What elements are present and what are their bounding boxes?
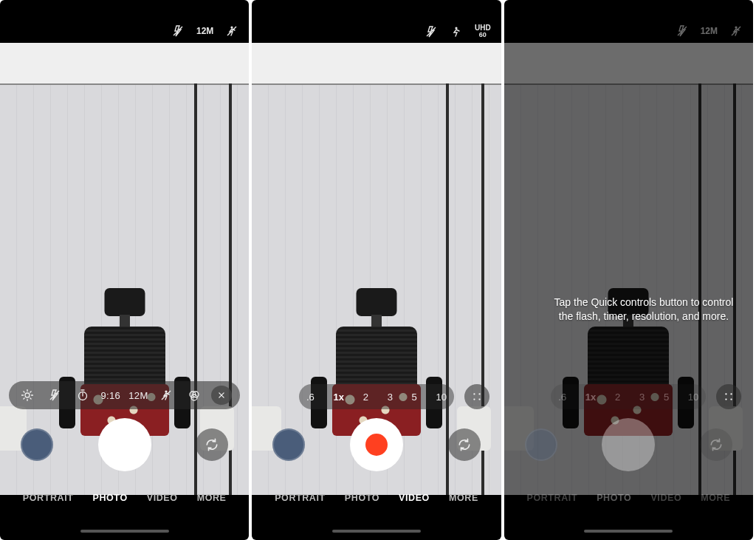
mode-portrait[interactable]: PORTRAIT bbox=[23, 493, 74, 503]
video-fps-label: 60 bbox=[475, 32, 491, 38]
timer-icon[interactable] bbox=[72, 389, 93, 402]
resolution-indicator[interactable]: 12M bbox=[196, 26, 213, 36]
home-indicator[interactable] bbox=[332, 530, 421, 533]
mode-more[interactable]: MORE bbox=[449, 493, 478, 503]
quick-controls-button[interactable] bbox=[464, 384, 489, 409]
zoom-selector[interactable]: .6 1x 2 3 5 10 bbox=[551, 384, 706, 409]
quick-controls-tooltip: Tap the Quick controls button to control… bbox=[548, 295, 740, 324]
screenshot-video-mode: UHD 60 .6 1x 2 3 5 10 PORTRAIT PHOTO VID… bbox=[252, 0, 501, 540]
zoom-level[interactable]: 3 bbox=[639, 392, 645, 403]
home-indicator[interactable] bbox=[80, 530, 169, 533]
aspect-ratio-button[interactable]: 9:16 bbox=[100, 390, 121, 401]
home-indicator[interactable] bbox=[584, 530, 673, 533]
screenshot-quick-controls-tooltip: 12M Tap the Quick controls button to con… bbox=[504, 0, 753, 540]
gallery-thumbnail[interactable] bbox=[525, 428, 557, 461]
filters-icon[interactable] bbox=[184, 389, 205, 402]
screenshot-photo-mode-quick-controls: 12M 9:16 12M PORTRAIT PHOTO VIDEO MORE bbox=[0, 0, 249, 540]
zoom-level[interactable]: .6 bbox=[558, 392, 566, 403]
mode-video[interactable]: VIDEO bbox=[650, 493, 681, 503]
settings-gear-icon[interactable] bbox=[17, 389, 38, 402]
zoom-level[interactable]: 5 bbox=[664, 392, 669, 403]
zoom-level[interactable]: 5 bbox=[412, 392, 417, 403]
gallery-thumbnail[interactable] bbox=[21, 428, 53, 461]
switch-camera-button[interactable] bbox=[700, 428, 732, 461]
motion-photo-toggle-icon[interactable] bbox=[156, 389, 176, 402]
gallery-thumbnail[interactable] bbox=[272, 428, 305, 461]
mode-selector[interactable]: PORTRAIT PHOTO VIDEO MORE bbox=[0, 493, 249, 503]
quick-controls-button[interactable] bbox=[716, 384, 741, 409]
mode-video[interactable]: VIDEO bbox=[147, 493, 178, 503]
shutter-button[interactable] bbox=[602, 418, 655, 471]
motion-photo-off-icon[interactable] bbox=[225, 24, 238, 38]
top-status-icons: 12M bbox=[171, 24, 238, 38]
top-status-icons: UHD 60 bbox=[425, 24, 491, 38]
zoom-level-selected[interactable]: 1x bbox=[334, 392, 344, 403]
zoom-level[interactable]: 3 bbox=[388, 392, 393, 403]
super-steady-icon[interactable] bbox=[450, 25, 463, 38]
motion-photo-off-icon[interactable] bbox=[729, 24, 743, 38]
mode-selector[interactable]: PORTRAIT PHOTO VIDEO MORE bbox=[252, 493, 501, 503]
zoom-selector[interactable]: .6 1x 2 3 5 10 bbox=[299, 384, 454, 409]
mode-photo[interactable]: PHOTO bbox=[345, 493, 379, 503]
flash-off-icon[interactable] bbox=[171, 24, 185, 38]
video-quality-indicator[interactable]: UHD 60 bbox=[475, 24, 491, 38]
shutter-button[interactable] bbox=[98, 418, 151, 471]
quick-controls-bar: 9:16 12M bbox=[9, 381, 240, 409]
mode-portrait[interactable]: PORTRAIT bbox=[275, 493, 326, 503]
record-button[interactable] bbox=[350, 418, 403, 471]
mode-portrait[interactable]: PORTRAIT bbox=[526, 493, 577, 503]
resolution-indicator[interactable]: 12M bbox=[701, 26, 718, 36]
top-status-icons: 12M bbox=[676, 24, 743, 38]
zoom-level[interactable]: .6 bbox=[306, 392, 315, 403]
switch-camera-button[interactable] bbox=[448, 428, 481, 461]
switch-camera-button[interactable] bbox=[196, 428, 228, 461]
mode-more[interactable]: MORE bbox=[701, 493, 730, 503]
zoom-level[interactable]: 10 bbox=[688, 392, 698, 403]
mode-selector[interactable]: PORTRAIT PHOTO VIDEO MORE bbox=[504, 493, 753, 503]
zoom-level-selected[interactable]: 1x bbox=[585, 392, 596, 403]
zoom-level[interactable]: 10 bbox=[436, 392, 447, 403]
flash-off-icon[interactable] bbox=[676, 24, 689, 38]
zoom-level[interactable]: 2 bbox=[615, 392, 620, 403]
flash-off-icon[interactable] bbox=[425, 25, 438, 38]
mode-video[interactable]: VIDEO bbox=[399, 493, 430, 503]
mode-photo[interactable]: PHOTO bbox=[597, 493, 631, 503]
mode-more[interactable]: MORE bbox=[197, 493, 227, 503]
close-quick-controls-button[interactable] bbox=[211, 386, 232, 405]
mode-photo[interactable]: PHOTO bbox=[92, 493, 127, 503]
zoom-level[interactable]: 2 bbox=[363, 392, 368, 403]
resolution-button[interactable]: 12M bbox=[128, 390, 148, 401]
flash-toggle-icon[interactable] bbox=[44, 389, 65, 402]
